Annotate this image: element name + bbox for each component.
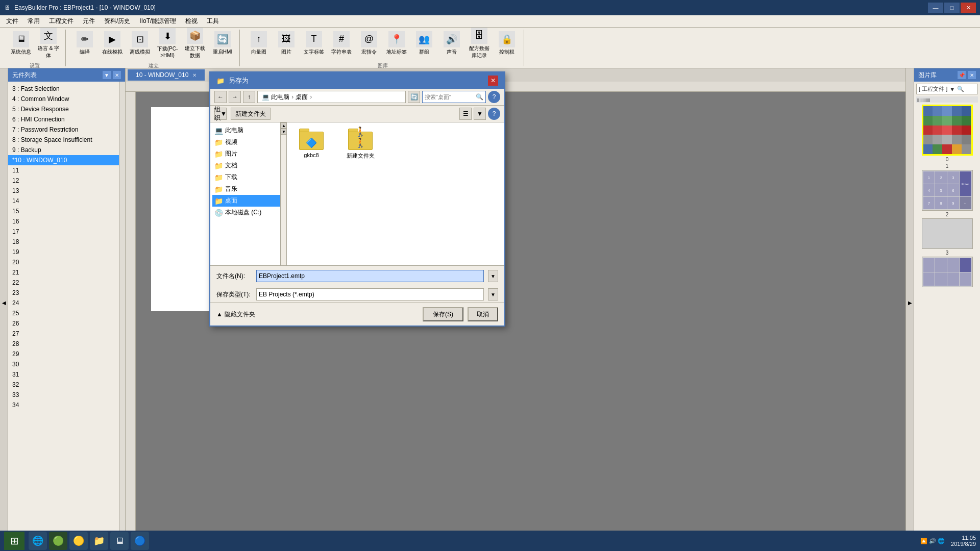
tree-item-文档[interactable]: 📁文档 [212,160,284,171]
sidebar-item-16[interactable]: 16 [8,216,119,227]
taskbar-app6[interactable]: 🔵 [131,532,149,550]
view-options-btn[interactable]: ▼ [474,108,486,120]
sidebar-up-btn[interactable]: ▼ [103,71,111,79]
toolbar-offline-sim-btn[interactable]: ⊡ 离线模拟 [127,30,153,57]
sidebar-item-34[interactable]: 34 [8,400,119,410]
rs-pin-btn[interactable]: 📌 [958,71,966,79]
sidebar-item-33[interactable]: 33 [8,390,119,400]
breadcrumb[interactable]: 💻 此电脑 › 桌面 › [257,91,406,103]
left-panel-arrow[interactable]: ◀ [0,68,8,537]
sidebar-item-3[interactable]: 3 : Fast Selection [8,84,119,94]
toolbar-group-btn[interactable]: 👥 群组 [411,30,437,57]
preview-box-3[interactable] [922,257,973,287]
tree-item-图片[interactable]: 📁图片 [212,148,284,160]
sidebar-item-24[interactable]: 24 [8,298,119,308]
preview-box-2[interactable] [922,218,973,249]
toolbar-string-table-btn[interactable]: # 字符串表 [329,30,354,57]
toolbar-build-data-btn[interactable]: 📦 建立下载数据 [182,28,208,60]
sidebar-item-14[interactable]: 14 [8,196,119,206]
sidebar-item-13[interactable]: 13 [8,186,119,196]
sidebar-item-28[interactable]: 28 [8,339,119,349]
sidebar-item-23[interactable]: 23 [8,288,119,298]
save-button[interactable]: 保存(S) [423,307,463,321]
minimize-btn[interactable]: — [928,3,943,13]
taskbar-edge[interactable]: 🌐 [29,532,47,550]
toolbar-image-btn[interactable]: 🖼 图片 [274,30,299,57]
tree-scrollbar[interactable]: ▲ ▼ [280,122,286,265]
menu-data[interactable]: 资料/历史 [100,16,134,27]
title-controls[interactable]: — □ ✕ [928,3,976,13]
menu-tools[interactable]: 工具 [203,16,223,27]
toolbar-compile-btn[interactable]: ✏ 编译 [72,30,97,57]
dialog-help-btn[interactable]: ? [488,91,500,103]
toolbar-download-btn[interactable]: ⬇ 下载(PC->HMI) [155,28,180,59]
toolbar-text-label-btn[interactable]: T 文字标签 [301,30,327,57]
sidebar-item-22[interactable]: 22 [8,278,119,288]
filetype-select[interactable] [256,288,484,300]
sidebar-item-29[interactable]: 29 [8,349,119,359]
sidebar-item-17[interactable]: 17 [8,227,119,237]
preview-box-0[interactable] [922,105,973,156]
organize-btn[interactable]: 组织 ▼ [214,108,227,120]
right-panel-arrow[interactable]: ▶ [905,68,914,537]
filetype-dropdown[interactable]: ▼ [488,288,498,300]
dialog-forward-btn[interactable]: → [229,91,241,103]
tree-scroll-down[interactable]: ▼ [281,129,287,135]
sidebar-item-19[interactable]: 19 [8,247,119,257]
tree-item-此电脑[interactable]: 💻此电脑 [212,124,284,136]
sidebar-item-9[interactable]: 9 : Backup [8,145,119,155]
sidebar-item-10[interactable]: *10 : WINDOW_010 [8,155,119,165]
sidebar-item-27[interactable]: 27 [8,329,119,339]
view-help-btn[interactable]: ? [488,108,500,120]
filename-dropdown[interactable]: ▼ [488,270,498,282]
image-lib-filter[interactable]: [ 工程文件 ] ▼ 🔍 [916,84,978,94]
dialog-close-btn[interactable]: ✕ [488,76,498,86]
file-item-新建文件夹[interactable]: 🚶🚶 新建文件夹 [340,127,381,162]
sidebar-item-6[interactable]: 6 : HMI Connection [8,114,119,124]
taskbar-chrome[interactable]: 🟢 [49,532,67,550]
toolbar-sound-btn[interactable]: 🔊 声音 [439,30,464,57]
menu-inspect[interactable]: 检视 [181,16,202,27]
view-mode-btn[interactable]: ☰ [459,108,472,120]
dialog-refresh-btn[interactable]: 🔄 [408,91,420,103]
hide-folder-btn[interactable]: ▲ 隐藏文件夹 [216,310,255,319]
file-item-gkbc8[interactable]: 🔷 gkbc8 [291,127,332,162]
cancel-button[interactable]: 取消 [468,307,498,321]
canvas-tab-close[interactable]: ✕ [192,72,197,78]
dialog-up-btn[interactable]: ↑ [243,91,255,103]
dialog-back-btn[interactable]: ← [214,91,227,103]
tree-item-桌面[interactable]: 📁桌面 [212,195,284,207]
filename-input[interactable] [256,270,484,282]
sidebar-item-20[interactable]: 20 [8,257,119,267]
menu-iiot[interactable]: IIoT/能源管理 [135,16,180,27]
toolbar-macro-btn[interactable]: @ 宏指令 [356,30,382,57]
sidebar-item-8[interactable]: 8 : Storage Space Insufficient [8,135,119,145]
sidebar-item-12[interactable]: 12 [8,176,119,186]
toolbar-online-sim-btn[interactable]: ▶ 在线模拟 [100,30,125,57]
sidebar-item-5[interactable]: 5 : Device Response [8,104,119,114]
toolbar-lang-btn[interactable]: 文 语言 & 字体 [36,28,61,60]
sidebar-item-15[interactable]: 15 [8,206,119,216]
tree-item-本地磁盘 (C:)[interactable]: 💿本地磁盘 (C:) [212,207,284,218]
tree-item-视频[interactable]: 📁视频 [212,136,284,148]
sidebar-item-21[interactable]: 21 [8,267,119,278]
menu-project[interactable]: 工程文件 [45,16,78,27]
rs-close-btn[interactable]: ✕ [968,71,976,79]
menu-common[interactable]: 常用 [23,16,44,27]
sidebar-item-30[interactable]: 30 [8,359,119,369]
toolbar-addr-label-btn[interactable]: 📍 地址标签 [384,30,409,57]
toolbar-vector-btn[interactable]: ↑ 向量图 [246,30,272,57]
sidebar-close-btn[interactable]: ✕ [113,71,121,79]
tree-scroll-up[interactable]: ▲ [281,122,287,129]
sidebar-item-18[interactable]: 18 [8,237,119,247]
start-button[interactable]: ⊞ [4,532,24,550]
toolbar-restart-btn[interactable]: 🔄 重启HMI [210,30,235,57]
search-input[interactable] [425,94,476,100]
toolbar-recipe-btn[interactable]: 🗄 配方数据库记录 [467,28,492,60]
sidebar-item-31[interactable]: 31 [8,369,119,380]
taskbar-app5[interactable]: 🖥 [110,532,129,550]
search-box[interactable]: 🔍 [422,91,486,103]
menu-file[interactable]: 文件 [2,16,22,27]
sidebar-scrollbar[interactable] [119,82,125,537]
taskbar-explorer[interactable]: 📁 [90,532,108,550]
